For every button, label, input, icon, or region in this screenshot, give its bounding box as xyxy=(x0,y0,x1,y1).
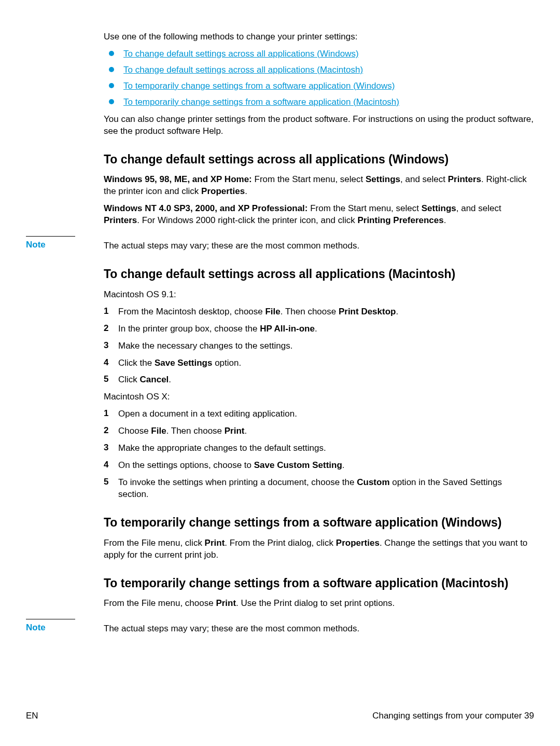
step-text: On the settings options, choose to Save … xyxy=(118,460,534,472)
text: From the File menu, choose xyxy=(104,598,216,608)
content-column: Use one of the following methods to chan… xyxy=(104,31,534,635)
list-item: To change default settings across all ap… xyxy=(104,64,534,76)
step-item: 2In the printer group box, choose the HP… xyxy=(104,323,534,335)
text: On the settings options, choose to xyxy=(118,460,254,470)
footer-section-title: Changing settings from your computer xyxy=(372,711,524,721)
bullet-icon xyxy=(109,83,114,88)
step-text: Make the appropriate changes to the defa… xyxy=(118,443,534,454)
para-win-9x: Windows 95, 98, ME, and XP Home: From th… xyxy=(104,174,534,198)
note-label: Note xyxy=(26,623,46,632)
text: Click the xyxy=(118,358,155,368)
para-temp-windows: From the File menu, click Print. From th… xyxy=(104,537,534,561)
step-item: 1Open a document in a text editing appli… xyxy=(104,408,534,420)
text: From the File menu, click xyxy=(104,538,205,548)
text: From the Start menu, select xyxy=(310,203,421,213)
bold-text: Properties xyxy=(201,186,245,196)
text: From the Start menu, select xyxy=(255,174,366,184)
bold-text: Settings xyxy=(366,174,400,184)
text: . xyxy=(245,186,247,196)
text: . Use the Print dialog to set print opti… xyxy=(236,598,395,608)
text: . Then choose xyxy=(281,307,339,316)
step-text: To invoke the settings when printing a d… xyxy=(118,477,534,501)
bold-text: Windows NT 4.0 SP3, 2000, and XP Profess… xyxy=(104,203,310,213)
bold-text: File xyxy=(151,426,166,436)
bullet-list: To change default settings across all ap… xyxy=(104,48,534,108)
note-block: Note The actual steps may vary; these ar… xyxy=(26,619,534,635)
page-footer: EN Changing settings from your computer … xyxy=(26,711,534,721)
intro-text: Use one of the following methods to chan… xyxy=(104,31,534,43)
link-temp-windows[interactable]: To temporarily change settings from a so… xyxy=(123,80,395,92)
footer-locale: EN xyxy=(26,711,38,721)
text: , and select xyxy=(456,203,501,213)
text: In the printer group box, choose the xyxy=(118,324,260,334)
link-default-macintosh[interactable]: To change default settings across all ap… xyxy=(123,64,363,76)
bold-text: Printers xyxy=(448,174,481,184)
list-item: To temporarily change settings from a so… xyxy=(104,80,534,92)
step-text: Choose File. Then choose Print. xyxy=(118,425,534,437)
text: Choose xyxy=(118,426,151,436)
step-number: 3 xyxy=(104,340,118,351)
bullet-icon xyxy=(109,99,114,104)
step-text: In the printer group box, choose the HP … xyxy=(118,323,534,335)
step-item: 1From the Macintosh desktop, choose File… xyxy=(104,306,534,318)
step-number: 4 xyxy=(104,460,118,470)
step-number: 1 xyxy=(104,306,118,316)
bold-text: Printing Preferences xyxy=(357,215,443,225)
bold-text: Properties xyxy=(336,538,380,548)
step-item: 2Choose File. Then choose Print. xyxy=(104,425,534,437)
step-item: 3Make the necessary changes to the setti… xyxy=(104,340,534,352)
subhead-os91: Macintosh OS 9.1: xyxy=(104,289,534,301)
note-label-wrap: Note xyxy=(26,619,104,633)
bold-text: File xyxy=(265,307,280,316)
document-page: Use one of the following methods to chan… xyxy=(0,0,560,746)
heading-default-macintosh: To change default settings across all ap… xyxy=(104,267,534,282)
subhead-osx: Macintosh OS X: xyxy=(104,391,534,403)
text: . For Windows 2000 right-click the print… xyxy=(137,215,357,225)
page-number: 39 xyxy=(524,711,534,721)
note-rule xyxy=(26,236,75,237)
text: To invoke the settings when printing a d… xyxy=(118,477,357,487)
bold-text: Print Desktop xyxy=(339,307,396,316)
heading-temp-macintosh: To temporarily change settings from a so… xyxy=(104,576,534,591)
heading-default-windows: To change default settings across all ap… xyxy=(104,152,534,167)
link-temp-macintosh[interactable]: To temporarily change settings from a so… xyxy=(123,96,399,108)
steps-osx: 1Open a document in a text editing appli… xyxy=(104,408,534,501)
step-text: Make the necessary changes to the settin… xyxy=(118,340,534,352)
bold-text: Print xyxy=(216,598,236,608)
footer-right: Changing settings from your computer 39 xyxy=(372,711,534,721)
step-text: Click the Save Settings option. xyxy=(118,357,534,369)
step-number: 2 xyxy=(104,425,118,436)
text: . Then choose xyxy=(166,426,225,436)
step-number: 3 xyxy=(104,443,118,453)
link-default-windows[interactable]: To change default settings across all ap… xyxy=(123,48,359,60)
step-number: 5 xyxy=(104,477,118,487)
bold-text: Save Custom Setting xyxy=(254,460,342,470)
bold-text: Settings xyxy=(422,203,456,213)
note-label-wrap: Note xyxy=(26,236,104,250)
text: From the Macintosh desktop, choose xyxy=(118,307,265,316)
text: . xyxy=(342,460,345,470)
bullet-icon xyxy=(109,51,114,56)
step-text: Open a document in a text editing applic… xyxy=(118,408,534,420)
bold-text: HP All-in-one xyxy=(260,324,315,334)
text: , and select xyxy=(400,174,448,184)
step-number: 4 xyxy=(104,357,118,368)
step-item: 5Click Cancel. xyxy=(104,374,534,386)
text: . From the Print dialog, click xyxy=(225,538,335,548)
heading-temp-windows: To temporarily change settings from a so… xyxy=(104,515,534,530)
bold-text: Save Settings xyxy=(155,358,213,368)
step-text: Click Cancel. xyxy=(118,374,534,386)
post-bullets-text: You can also change printer settings fro… xyxy=(104,114,534,137)
step-text: From the Macintosh desktop, choose File.… xyxy=(118,306,534,318)
note-text: The actual steps may vary; these are the… xyxy=(104,619,534,635)
text: . xyxy=(169,375,171,384)
list-item: To temporarily change settings from a so… xyxy=(104,96,534,108)
text: . xyxy=(315,324,317,334)
note-text: The actual steps may vary; these are the… xyxy=(104,236,534,252)
step-item: 3Make the appropriate changes to the def… xyxy=(104,443,534,454)
bold-text: Custom xyxy=(357,477,389,487)
para-temp-macintosh: From the File menu, choose Print. Use th… xyxy=(104,598,534,610)
step-number: 5 xyxy=(104,374,118,384)
text: option. xyxy=(212,358,241,368)
text: . xyxy=(444,215,446,225)
